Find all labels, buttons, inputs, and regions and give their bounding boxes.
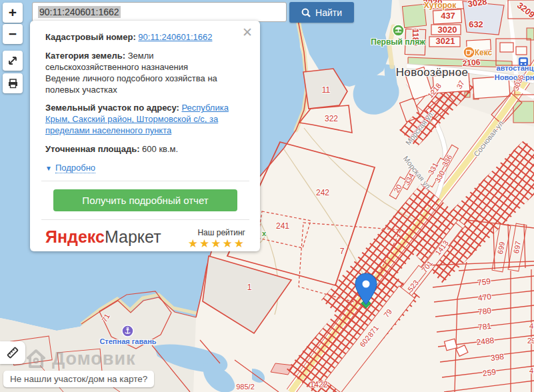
details-toggle[interactable]: ▼Подробно — [45, 163, 245, 173]
cadastral-number-row: Кадастровый номер: 90:11:240601:1662 — [45, 32, 245, 43]
close-icon[interactable]: ✕ — [242, 26, 253, 39]
address-label: Земельный участок по адресу: — [45, 103, 179, 113]
cadastral-number-link[interactable]: 90:11:240601:1662 — [138, 32, 212, 42]
divider — [41, 219, 249, 220]
address-row: Земельный участок по адресу: Республика … — [45, 103, 245, 137]
area-value: 600 кв.м. — [142, 144, 178, 154]
fullscreen-button[interactable] — [3, 51, 23, 71]
search-input-value: 90:11:240601:1662 — [38, 6, 121, 18]
expand-arrows-icon — [7, 55, 18, 66]
zoom-in-glyph: + — [9, 5, 17, 21]
parcel-info-panel: ✕ Кадастровый номер: 90:11:240601:1662 К… — [30, 21, 260, 251]
search-button[interactable]: Найти — [289, 2, 354, 23]
harbor-anchor-icon — [121, 325, 134, 337]
rating-block: Наш рейтинг ★★★★★ — [188, 228, 245, 251]
area-row: Уточненная площадь: 600 кв.м. — [45, 144, 245, 155]
panel-footer: ЯндексМаркет Наш рейтинг ★★★★★ — [45, 228, 245, 251]
search-input[interactable]: 90:11:240601:1662 — [32, 2, 287, 22]
cadastral-number-label: Кадастровый номер: — [45, 32, 136, 42]
divider — [41, 181, 249, 181]
search-icon — [301, 8, 311, 17]
measure-tool-button[interactable] — [0, 341, 25, 364]
details-toggle-label: Подробно — [55, 163, 95, 173]
area-label: Уточненная площадь: — [45, 144, 139, 154]
zoom-out-button[interactable]: − — [3, 24, 23, 44]
zoom-out-glyph: − — [9, 26, 17, 42]
logo-part-market: Маркет — [105, 227, 161, 246]
ruler-icon — [5, 345, 20, 360]
logo-part-yandex: Яндекс — [45, 227, 105, 246]
map-viewport[interactable]: 303030283209Хуторок437632302030211189Пер… — [0, 0, 534, 392]
land-category-label: Категория земель: — [45, 51, 125, 61]
bus-station-icon — [518, 57, 529, 67]
beach-icon — [392, 24, 405, 37]
yandex-market-logo: ЯндексМаркет — [45, 228, 161, 247]
printer-icon — [7, 78, 19, 89]
not-found-prompt-label: Не нашли участок/дом на карте? — [10, 374, 147, 384]
get-report-button[interactable]: Получить подробный отчет — [53, 189, 237, 211]
search-button-label: Найти — [315, 7, 342, 18]
land-category-row: Категория земель: Земли сельскохозяйстве… — [45, 51, 245, 96]
zoom-in-button[interactable]: + — [3, 3, 23, 23]
cafe-icon — [463, 46, 475, 59]
print-button[interactable] — [3, 73, 23, 93]
land-usage-value: Ведение личного подсобного хозяйства на … — [45, 73, 245, 96]
not-found-prompt[interactable]: Не нашли участок/дом на карте? — [3, 371, 154, 387]
rating-stars: ★★★★★ — [188, 237, 245, 251]
caret-down-icon: ▼ — [45, 165, 52, 172]
rating-caption: Наш рейтинг — [188, 228, 245, 237]
